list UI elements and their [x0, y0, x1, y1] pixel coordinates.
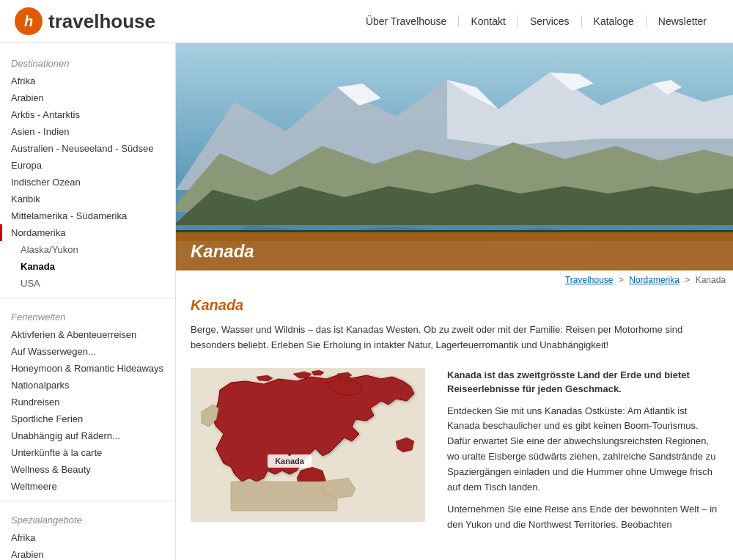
nav-newsletter[interactable]: Newsletter: [647, 15, 718, 27]
sidebar-item-weltmeere[interactable]: Weltmeere: [0, 478, 175, 495]
canada-map: Kanada: [191, 368, 425, 529]
highlight-text: Kanada ist das zweitgrösste Land der Erd…: [447, 368, 718, 397]
sidebar-item-honeymoon[interactable]: Honeymoon & Romantic Hideaways: [0, 360, 175, 377]
sidebar-item-sportlich[interactable]: Sportliche Ferien: [0, 410, 175, 427]
header: h travelhouse Über Travelhouse Kontakt S…: [0, 0, 733, 43]
sidebar-item-spezial-arabien[interactable]: Arabien: [0, 546, 175, 560]
sidebar-item-usa[interactable]: USA: [0, 275, 175, 292]
sidebar-section-destinationen: Destinationen: [0, 51, 175, 73]
main-content: Kanada Travelhouse > Nordamerika > Kanad…: [176, 43, 733, 560]
sidebar-section-ferienwelten: Ferienwelten: [0, 304, 175, 326]
logo-icon: h: [15, 7, 43, 35]
sidebar-divider-1: [0, 298, 175, 298]
sidebar-item-unabhaengig[interactable]: Unabhängig auf Rädern...: [0, 427, 175, 444]
logo-text: travelhouse: [48, 10, 155, 33]
sidebar-item-wellness[interactable]: Wellness & Beauty: [0, 461, 175, 478]
sidebar-item-karibik[interactable]: Karibik: [0, 191, 175, 207]
breadcrumb: Travelhouse > Nordamerika > Kanada: [176, 270, 733, 290]
text-column: Kanada ist das zweitgrösste Land der Erd…: [447, 368, 718, 540]
sidebar-item-indozean[interactable]: Indischer Ozean: [0, 174, 175, 191]
sidebar-item-nationalparks[interactable]: Nationalparks: [0, 377, 175, 394]
main-nav: Über Travelhouse Kontakt Services Katalo…: [354, 15, 718, 27]
sidebar-item-mittelamerika[interactable]: Mittelamerika - Südamerika: [0, 207, 175, 224]
sidebar-section-spezial: Spezialangebote: [0, 507, 175, 529]
content-area: Kanada Berge, Wasser und Wildnis – das i…: [176, 290, 733, 555]
sidebar-item-nordamerika[interactable]: Nordamerika: [0, 224, 175, 241]
sidebar-item-australien[interactable]: Australien - Neuseeland - Südsee: [0, 140, 175, 157]
body-text-2: Unternehmen Sie eine Reise ans Ende der …: [447, 502, 718, 533]
svg-point-19: [288, 453, 291, 456]
logo[interactable]: h travelhouse: [15, 7, 155, 35]
sidebar-item-rundreisen[interactable]: Rundreisen: [0, 394, 175, 410]
canada-map-svg: Kanada: [191, 368, 425, 522]
sidebar-item-kanada[interactable]: Kanada: [0, 258, 175, 275]
content: Destinationen Afrika Arabien Arktis - An…: [0, 43, 733, 560]
nav-ueber[interactable]: Über Travelhouse: [354, 15, 460, 27]
hero-title-overlay: Kanada: [176, 232, 733, 270]
sidebar-item-unterkunfte[interactable]: Unterkünfte à la carte: [0, 444, 175, 461]
nav-services[interactable]: Services: [518, 15, 582, 27]
nav-kataloge[interactable]: Kataloge: [582, 15, 647, 27]
sidebar-item-alaska[interactable]: Alaska/Yukon: [0, 241, 175, 258]
hero-title: Kanada: [191, 241, 254, 261]
sidebar-item-spezial-afrika[interactable]: Afrika: [0, 529, 175, 546]
breadcrumb-home[interactable]: Travelhouse: [565, 275, 614, 285]
sidebar: Destinationen Afrika Arabien Arktis - An…: [0, 43, 176, 560]
sidebar-item-arktis[interactable]: Arktis - Antarktis: [0, 106, 175, 123]
hero-image: Kanada: [176, 43, 733, 270]
breadcrumb-parent[interactable]: Nordamerika: [629, 275, 679, 285]
sidebar-item-afrika[interactable]: Afrika: [0, 73, 175, 89]
breadcrumb-sep2: >: [685, 275, 690, 285]
sidebar-item-arabien[interactable]: Arabien: [0, 89, 175, 106]
sidebar-item-wasserwegen[interactable]: Auf Wasserwegen...: [0, 343, 175, 360]
intro-text: Berge, Wasser und Wildnis – das ist Kana…: [191, 323, 718, 353]
sidebar-item-asien[interactable]: Asien - Indien: [0, 123, 175, 140]
nav-kontakt[interactable]: Kontakt: [459, 15, 517, 27]
svg-text:Kanada: Kanada: [275, 457, 305, 465]
sidebar-item-aktivferien[interactable]: Aktivferien & Abenteuerreisen: [0, 326, 175, 343]
sidebar-item-europa[interactable]: Europa: [0, 157, 175, 174]
two-column-layout: Kanada Kanada ist das zweitgrösste Land …: [191, 368, 718, 540]
body-text-1: Entdecken Sie mit uns Kanadas Ostküste: …: [447, 404, 718, 495]
map-column: Kanada: [191, 368, 432, 540]
sidebar-divider-2: [0, 501, 175, 501]
svg-rect-16: [231, 482, 337, 511]
page-title: Kanada: [191, 297, 718, 314]
breadcrumb-sep1: >: [619, 275, 624, 285]
breadcrumb-current: Kanada: [696, 275, 726, 285]
